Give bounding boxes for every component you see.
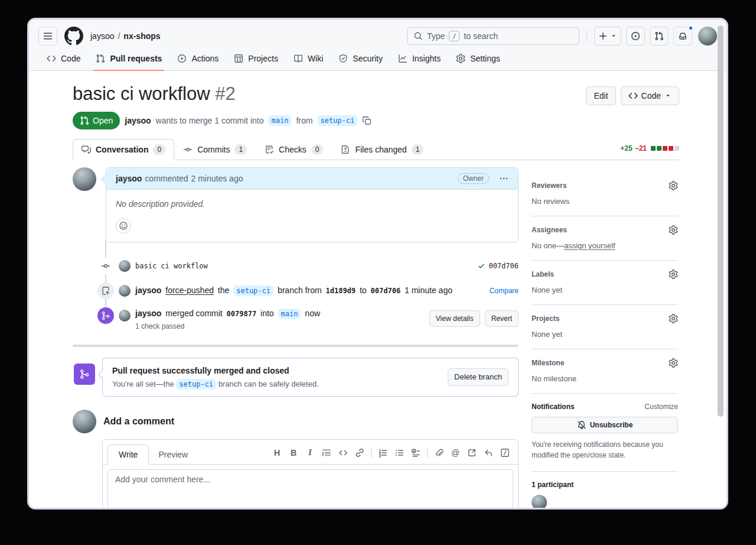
tab-label: Conversation [96,145,148,154]
preview-tab[interactable]: Preview [149,445,197,464]
assignees-gear-button[interactable] [669,225,678,235]
edit-button[interactable]: Edit [586,86,615,105]
customize-link[interactable]: Customize [644,403,678,411]
bullet-list-button[interactable] [391,445,408,460]
checks-status[interactable]: 1 check passed [135,322,322,330]
write-tab[interactable]: Write [107,445,149,465]
participant-avatar[interactable] [532,495,547,510]
breadcrumb-owner[interactable]: jaysoo [90,31,114,41]
base-branch-chip[interactable]: main [278,309,301,319]
event-author[interactable]: jaysoo [135,309,161,318]
create-new-button[interactable] [594,27,621,46]
hamburger-menu-button[interactable] [38,27,57,46]
comment-timestamp[interactable]: 2 minutes ago [191,174,243,183]
diff-block [651,146,656,151]
search-input[interactable]: Type / to search [407,27,579,45]
pull-requests-button[interactable] [650,27,669,46]
nav-tab-settings[interactable]: Settings [450,48,506,70]
cross-reference-button[interactable] [464,445,480,460]
quote-button[interactable] [318,445,335,460]
github-logo-icon[interactable] [64,27,83,46]
old-commit-sha[interactable]: 1d189d9 [326,287,356,295]
copy-branch-button[interactable] [362,116,372,125]
unsubscribe-label: Unsubscribe [590,421,633,429]
task-list-button[interactable] [408,445,424,460]
slash-commands-button[interactable] [497,445,513,460]
code-dropdown-button[interactable]: Code [621,86,679,105]
issues-button[interactable] [626,27,645,46]
commit-message[interactable]: basic ci workflow [135,262,208,270]
inbox-button[interactable] [673,27,692,46]
scrollbar[interactable] [718,25,724,417]
italic-button[interactable]: I [302,445,318,460]
revert-button[interactable]: Revert [485,310,519,327]
event-timestamp[interactable]: 1 minute ago [405,286,452,295]
comment-menu-button[interactable] [499,174,509,183]
avatar[interactable] [119,260,131,272]
heading-button[interactable]: H [269,445,285,460]
force-pushed-label[interactable]: force-pushed [165,286,214,295]
nav-tab-insights[interactable]: Insights [392,48,447,70]
nav-tab-pull-requests[interactable]: Pull requests [90,48,168,70]
link-button[interactable] [351,445,368,460]
compare-link[interactable]: Compare [490,287,519,295]
head-branch-chip[interactable]: setup-ci [176,379,216,390]
saved-replies-button[interactable] [480,445,497,460]
event-timestamp[interactable]: now [305,309,320,318]
bell-slash-icon [577,420,586,430]
projects-title: Projects [532,314,559,323]
nav-tab-label: Wiki [308,54,323,63]
tab-conversation[interactable]: Conversation 0 [73,139,174,160]
issue-opened-icon [631,31,640,41]
pr-author[interactable]: jaysoo [125,116,151,125]
comment-author[interactable]: jaysoo [116,174,142,183]
avatar[interactable] [119,285,131,297]
add-reaction-button[interactable] [116,218,131,233]
tab-checks[interactable]: Checks 0 [256,139,332,160]
event-text: merged commit [165,309,222,318]
code-button[interactable] [335,445,351,460]
comment-textarea[interactable] [107,469,513,510]
copy-icon [362,116,372,125]
view-details-button[interactable]: View details [429,310,480,327]
projects-gear-button[interactable] [669,314,678,323]
new-commit-sha[interactable]: 007d706 [371,287,401,295]
breadcrumb-repo[interactable]: nx-shops [123,31,160,41]
nav-tab-security[interactable]: Security [333,48,389,70]
mention-button[interactable]: @ [447,445,464,460]
pr-state-badge: Open [73,112,120,129]
avatar[interactable] [73,410,96,433]
head-branch-chip[interactable]: setup-ci [317,115,357,126]
nav-tab-actions[interactable]: Actions [171,48,224,70]
git-commit-icon [183,145,193,154]
merged-commit-sha[interactable]: 0079877 [227,310,257,318]
event-text: to [360,286,367,295]
bold-button[interactable]: B [285,445,302,460]
assign-yourself-link[interactable]: assign yourself [564,241,615,250]
diffstat-deletions: −21 [635,144,647,153]
code-icon [47,54,56,63]
nav-tab-label: Actions [191,54,219,63]
nav-tab-code[interactable]: Code [41,48,86,70]
reviewers-gear-button[interactable] [669,181,678,190]
nav-tab-wiki[interactable]: Wiki [288,48,329,70]
head-branch-chip[interactable]: setup-ci [233,286,273,296]
milestone-gear-button[interactable] [669,358,678,368]
commit-sha[interactable]: 007d706 [488,262,519,270]
attach-file-button[interactable] [431,445,447,460]
tab-files-changed[interactable]: Files changed 1 [332,139,432,160]
base-branch-chip[interactable]: main [268,115,291,126]
delete-branch-button[interactable]: Delete branch [448,368,509,386]
avatar[interactable] [119,310,131,322]
nav-tab-projects[interactable]: Projects [228,48,284,70]
event-author[interactable]: jaysoo [135,286,161,295]
user-avatar[interactable] [698,27,717,46]
labels-gear-button[interactable] [669,270,678,279]
tab-commits[interactable]: Commits 1 [174,139,256,160]
unsubscribe-button[interactable]: Unsubscribe [532,417,678,433]
diff-block [674,146,679,151]
avatar[interactable] [73,167,96,191]
smiley-icon [119,221,128,231]
event-text: the [218,286,229,295]
numbered-list-button[interactable] [374,445,391,460]
